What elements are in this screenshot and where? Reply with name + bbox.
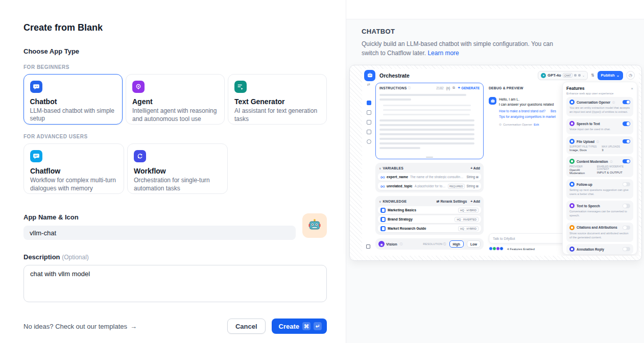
agent-icon	[132, 81, 145, 93]
info-icon: ⓘ	[408, 86, 411, 90]
info-icon: ⓘ	[610, 160, 612, 163]
resolution-low-button: Low	[467, 240, 481, 248]
sidebar-orchestrate-icon	[367, 101, 371, 105]
cancel-button[interactable]: Cancel	[227, 318, 266, 334]
feature-card-speech-to-text: Speech to Text Voice input can be used i…	[566, 118, 633, 134]
resize-handle	[426, 157, 433, 158]
cmd-key-icon: ⌘	[302, 322, 311, 330]
suggested-question: How to make a brand stand out? Bes	[499, 109, 556, 113]
feature-card-conversation-opener: Conversation Opener ⓘ You are an entity …	[566, 97, 633, 116]
app-type-desc: Orchestration for single-turn automation…	[134, 177, 221, 193]
preview-description: Quickly build an LLM-based chatbot with …	[362, 39, 558, 58]
app-type-title: Chatflow	[30, 167, 117, 175]
app-type-card-workflow[interactable]: Workflow Orchestration for single-turn a…	[127, 143, 228, 194]
resolution-high-button: High	[449, 240, 464, 248]
app-type-desc: LLM-based chatbot with simple setup	[30, 107, 116, 124]
preview-app-icon	[364, 70, 375, 81]
app-type-desc: AI assistant for text generation tasks	[234, 107, 320, 124]
feature-card-text-to-speech: Text to Speech Conversation messages can…	[566, 201, 633, 220]
feature-toggle	[623, 204, 630, 208]
text-to-speech-icon	[569, 203, 575, 208]
chat-input: Talk to DifyBot	[489, 233, 566, 243]
create-button[interactable]: Create ⌘ ↵	[272, 318, 327, 334]
app-type-desc: Intelligent agent with reasoning and aut…	[132, 107, 218, 124]
app-type-card-text-generator[interactable]: Text Generator AI assistant for text gen…	[228, 74, 327, 125]
preview-panel-topstrip	[346, 0, 644, 19]
copy-icon: ⧉	[452, 86, 455, 90]
feature-toggle	[623, 159, 630, 164]
sidebar-sliders-icon: ⇄	[367, 83, 370, 87]
collapse-panel-icon	[366, 244, 370, 249]
sidebar-logs-icon	[367, 120, 371, 125]
create-app-dialog: Create from Blank Choose App Type FOR BE…	[0, 0, 644, 343]
for-advanced-users-label: FOR ADVANCED USERS	[23, 134, 327, 139]
choose-app-type-label: Choose App Type	[23, 47, 327, 55]
conversation-opener-icon	[569, 100, 575, 105]
required-badge: REQUIRED	[448, 184, 464, 189]
app-type-title: Agent	[132, 97, 218, 106]
generate-button: ✦ GENERATE	[458, 86, 480, 90]
model-provider-icon: ✦	[541, 73, 546, 78]
enter-key-icon: ↵	[314, 322, 322, 330]
model-option-icon	[574, 74, 577, 77]
feature-toggle	[623, 247, 630, 252]
type-icon: ⊞	[476, 184, 479, 188]
feature-card-follow-up: Follow-up Setting up next questions sugg…	[566, 179, 633, 199]
workflow-icon	[134, 150, 146, 162]
annotation-reply-icon	[569, 247, 575, 252]
learn-more-link[interactable]: Learn more	[427, 50, 459, 57]
description-textarea[interactable]: chat with vllm model	[23, 265, 327, 302]
app-type-desc: Workflow for complex multi-turn dialogue…	[30, 177, 117, 193]
publish-button: Publish ⌄	[598, 71, 623, 80]
knowledge-row: Market Research Guide HQ · HYBRID	[378, 225, 481, 232]
rerank-settings-button: ⇄ Rerank Settings	[437, 200, 467, 204]
rerank-icon: ⇄	[437, 200, 440, 204]
vision-section: ◉ Vision ⓘ RESOLUTION ⓘ High Low	[375, 238, 484, 250]
app-name-label: App Name & Icon	[23, 213, 296, 221]
app-type-card-agent[interactable]: Agent Intelligent agent with reasoning a…	[126, 74, 225, 125]
chatbot-preview-image: Orchestrate ✦ GPT-4o CHAT ⌄ ⇅	[349, 65, 642, 261]
model-mode-badge: CHAT	[563, 73, 573, 78]
arrow-right-icon: →	[130, 323, 137, 330]
caret-down-icon: ∨	[379, 200, 381, 203]
file-upload-icon	[569, 139, 575, 144]
variable-type: String ⊞	[467, 175, 479, 179]
vision-icon: ◉	[378, 241, 385, 247]
dataset-icon	[380, 217, 386, 222]
sidebar-image-icon	[367, 110, 371, 115]
speech-to-text-icon	[569, 121, 575, 126]
retrieval-tag: HQ · HYBRID	[458, 226, 479, 231]
variable-icon: {x}	[380, 176, 385, 179]
feature-dot-icon	[499, 247, 504, 251]
feature-card-content-moderation: Content Moderation ⓘ PROVIDEROpenAI Mode…	[566, 156, 633, 177]
feature-toggle	[623, 226, 630, 230]
app-type-card-chatflow[interactable]: Chatflow Workflow for complex multi-turn…	[23, 143, 124, 194]
advanced-app-type-cards: Chatflow Workflow for complex multi-turn…	[23, 143, 327, 194]
follow-up-icon	[569, 182, 575, 187]
info-icon: ⓘ	[400, 242, 403, 246]
suggested-question: Tips for analyzing competitors in market	[499, 115, 556, 118]
feature-card-file-upload: File Upload ⓘ SUPPORT FILE TYPESImage, D…	[566, 136, 633, 154]
chevron-down-icon: ⌄	[616, 73, 619, 78]
description-label: Description (Optional)	[23, 253, 327, 261]
feature-toggle	[623, 139, 630, 144]
variable-icon: {x}	[380, 185, 385, 188]
app-name-input[interactable]	[23, 226, 296, 240]
variables-icon: {x}	[446, 86, 450, 90]
chatflow-icon	[30, 150, 42, 162]
knowledge-section: ∨ KNOWLEDGE ⇄ Rerank Settings + Add	[375, 196, 484, 235]
app-type-title: Workflow	[134, 167, 221, 175]
variable-type: String ⊞	[467, 184, 479, 188]
app-icon-picker[interactable]	[302, 213, 327, 238]
token-count: 2182	[436, 86, 443, 90]
app-type-card-chatbot[interactable]: Chatbot LLM-based chatbot with simple se…	[23, 74, 123, 125]
info-icon: ⓘ	[597, 140, 599, 143]
preview-app-title: Orchestrate	[379, 72, 410, 79]
model-settings-icon: ⇅	[591, 73, 594, 78]
opener-icon: ⊙	[499, 122, 502, 126]
history-icon: ◷	[626, 71, 635, 80]
templates-link[interactable]: No ideas? Check out our templates →	[23, 323, 137, 330]
app-preview-panel: CHATBOT Quickly build an LLM-based chatb…	[346, 0, 644, 343]
edit-link: Edit	[534, 123, 539, 126]
features-enabled-row: 4 Features Enabled	[489, 247, 535, 251]
